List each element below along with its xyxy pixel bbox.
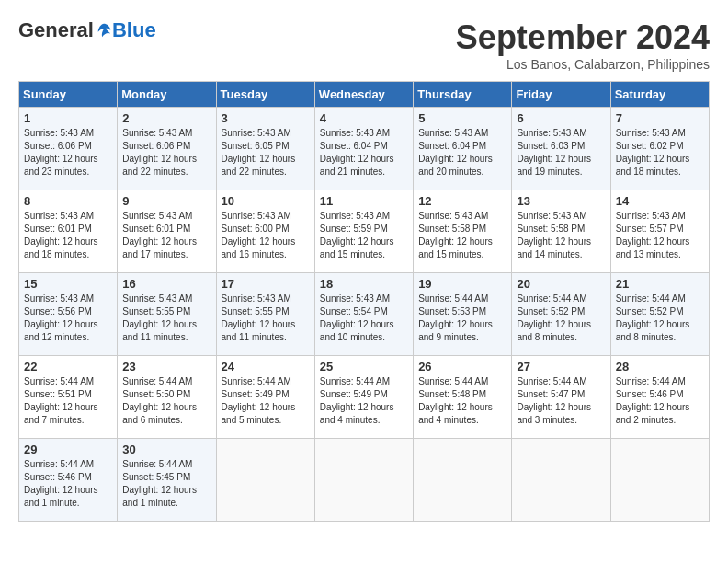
location: Los Banos, Calabarzon, Philippines <box>456 57 710 72</box>
day-info: Sunrise: 5:43 AM Sunset: 5:57 PM Dayligh… <box>616 210 704 261</box>
table-row: 14Sunrise: 5:43 AM Sunset: 5:57 PM Dayli… <box>610 190 709 273</box>
day-number: 5 <box>418 111 506 125</box>
day-number: 3 <box>222 111 310 125</box>
day-number: 9 <box>122 194 210 208</box>
table-row <box>216 439 314 522</box>
day-info: Sunrise: 5:43 AM Sunset: 5:58 PM Dayligh… <box>418 210 506 261</box>
header-saturday: Saturday <box>610 82 709 108</box>
table-row: 21Sunrise: 5:44 AM Sunset: 5:52 PM Dayli… <box>610 273 709 356</box>
day-info: Sunrise: 5:43 AM Sunset: 6:01 PM Dayligh… <box>24 210 112 261</box>
table-row: 27Sunrise: 5:44 AM Sunset: 5:47 PM Dayli… <box>512 356 610 439</box>
table-row: 28Sunrise: 5:44 AM Sunset: 5:46 PM Dayli… <box>610 356 709 439</box>
day-info: Sunrise: 5:43 AM Sunset: 6:03 PM Dayligh… <box>517 127 605 178</box>
table-row: 22Sunrise: 5:44 AM Sunset: 5:51 PM Dayli… <box>19 356 118 439</box>
table-row: 17Sunrise: 5:43 AM Sunset: 5:55 PM Dayli… <box>216 273 314 356</box>
calendar-week-row: 22Sunrise: 5:44 AM Sunset: 5:51 PM Dayli… <box>19 356 710 439</box>
table-row: 18Sunrise: 5:43 AM Sunset: 5:54 PM Dayli… <box>314 273 413 356</box>
day-info: Sunrise: 5:43 AM Sunset: 6:02 PM Dayligh… <box>616 127 704 178</box>
table-row: 29Sunrise: 5:44 AM Sunset: 5:46 PM Dayli… <box>19 439 118 522</box>
day-number: 25 <box>320 360 408 373</box>
day-number: 20 <box>517 277 605 291</box>
day-number: 21 <box>616 277 704 291</box>
table-row: 10Sunrise: 5:43 AM Sunset: 6:00 PM Dayli… <box>216 190 314 273</box>
day-number: 29 <box>24 442 112 456</box>
calendar-table: Sunday Monday Tuesday Wednesday Thursday… <box>18 81 710 522</box>
table-row: 26Sunrise: 5:44 AM Sunset: 5:48 PM Dayli… <box>414 356 512 439</box>
day-number: 16 <box>122 277 210 291</box>
day-info: Sunrise: 5:44 AM Sunset: 5:49 PM Dayligh… <box>222 375 310 427</box>
table-row <box>610 439 709 522</box>
day-number: 12 <box>418 194 506 208</box>
table-row: 24Sunrise: 5:44 AM Sunset: 5:49 PM Dayli… <box>216 356 314 439</box>
header-friday: Friday <box>512 82 610 108</box>
day-info: Sunrise: 5:43 AM Sunset: 5:59 PM Dayligh… <box>320 210 408 261</box>
table-row: 9Sunrise: 5:43 AM Sunset: 6:01 PM Daylig… <box>118 190 216 273</box>
table-row: 13Sunrise: 5:43 AM Sunset: 5:58 PM Dayli… <box>512 190 610 273</box>
day-info: Sunrise: 5:43 AM Sunset: 5:56 PM Dayligh… <box>24 293 112 344</box>
day-number: 18 <box>320 277 408 291</box>
day-number: 4 <box>320 111 408 125</box>
day-info: Sunrise: 5:43 AM Sunset: 6:06 PM Dayligh… <box>122 127 210 178</box>
day-number: 11 <box>320 194 408 208</box>
table-row: 19Sunrise: 5:44 AM Sunset: 5:53 PM Dayli… <box>414 273 512 356</box>
day-number: 8 <box>24 194 112 208</box>
logo-blue-text: Blue <box>112 18 156 42</box>
table-row <box>414 439 512 522</box>
day-info: Sunrise: 5:43 AM Sunset: 6:04 PM Dayligh… <box>418 127 506 178</box>
calendar-header-row: Sunday Monday Tuesday Wednesday Thursday… <box>19 82 710 108</box>
day-number: 26 <box>418 360 506 373</box>
day-number: 23 <box>122 360 210 373</box>
day-number: 17 <box>222 277 310 291</box>
day-info: Sunrise: 5:43 AM Sunset: 6:06 PM Dayligh… <box>24 127 112 178</box>
table-row: 11Sunrise: 5:43 AM Sunset: 5:59 PM Dayli… <box>314 190 413 273</box>
table-row: 16Sunrise: 5:43 AM Sunset: 5:55 PM Dayli… <box>118 273 216 356</box>
day-info: Sunrise: 5:44 AM Sunset: 5:45 PM Dayligh… <box>122 458 210 510</box>
table-row: 7Sunrise: 5:43 AM Sunset: 6:02 PM Daylig… <box>610 108 709 190</box>
day-number: 24 <box>222 360 310 373</box>
table-row: 3Sunrise: 5:43 AM Sunset: 6:05 PM Daylig… <box>216 108 314 190</box>
table-row: 4Sunrise: 5:43 AM Sunset: 6:04 PM Daylig… <box>314 108 413 190</box>
table-row: 12Sunrise: 5:43 AM Sunset: 5:58 PM Dayli… <box>414 190 512 273</box>
header-sunday: Sunday <box>19 82 118 108</box>
calendar-week-row: 15Sunrise: 5:43 AM Sunset: 5:56 PM Dayli… <box>19 273 710 356</box>
header-tuesday: Tuesday <box>216 82 314 108</box>
day-info: Sunrise: 5:44 AM Sunset: 5:51 PM Dayligh… <box>24 375 112 427</box>
day-info: Sunrise: 5:44 AM Sunset: 5:48 PM Dayligh… <box>418 375 506 427</box>
day-number: 27 <box>517 360 605 373</box>
page-header: General Blue September 2024 Los Banos, C… <box>18 18 710 72</box>
day-info: Sunrise: 5:44 AM Sunset: 5:53 PM Dayligh… <box>418 293 506 344</box>
day-info: Sunrise: 5:43 AM Sunset: 5:55 PM Dayligh… <box>222 293 310 344</box>
day-number: 22 <box>24 360 112 373</box>
day-info: Sunrise: 5:44 AM Sunset: 5:46 PM Dayligh… <box>24 458 112 510</box>
day-info: Sunrise: 5:43 AM Sunset: 6:05 PM Dayligh… <box>222 127 310 178</box>
header-thursday: Thursday <box>414 82 512 108</box>
logo-general-text: General <box>18 18 94 42</box>
table-row: 8Sunrise: 5:43 AM Sunset: 6:01 PM Daylig… <box>19 190 118 273</box>
table-row: 15Sunrise: 5:43 AM Sunset: 5:56 PM Dayli… <box>19 273 118 356</box>
day-info: Sunrise: 5:43 AM Sunset: 6:04 PM Dayligh… <box>320 127 408 178</box>
table-row: 23Sunrise: 5:44 AM Sunset: 5:50 PM Dayli… <box>118 356 216 439</box>
table-row: 1Sunrise: 5:43 AM Sunset: 6:06 PM Daylig… <box>19 108 118 190</box>
logo: General Blue <box>18 18 156 42</box>
table-row: 30Sunrise: 5:44 AM Sunset: 5:45 PM Dayli… <box>118 439 216 522</box>
day-number: 10 <box>222 194 310 208</box>
day-info: Sunrise: 5:43 AM Sunset: 5:55 PM Dayligh… <box>122 293 210 344</box>
day-number: 30 <box>122 442 210 456</box>
day-number: 6 <box>517 111 605 125</box>
day-number: 15 <box>24 277 112 291</box>
day-number: 28 <box>616 360 704 373</box>
table-row <box>314 439 413 522</box>
day-info: Sunrise: 5:44 AM Sunset: 5:46 PM Dayligh… <box>616 375 704 427</box>
day-info: Sunrise: 5:43 AM Sunset: 5:58 PM Dayligh… <box>517 210 605 261</box>
logo-bird-icon <box>96 22 112 39</box>
table-row: 6Sunrise: 5:43 AM Sunset: 6:03 PM Daylig… <box>512 108 610 190</box>
table-row: 5Sunrise: 5:43 AM Sunset: 6:04 PM Daylig… <box>414 108 512 190</box>
day-number: 19 <box>418 277 506 291</box>
day-info: Sunrise: 5:44 AM Sunset: 5:52 PM Dayligh… <box>517 293 605 344</box>
day-info: Sunrise: 5:43 AM Sunset: 6:00 PM Dayligh… <box>222 210 310 261</box>
calendar-week-row: 8Sunrise: 5:43 AM Sunset: 6:01 PM Daylig… <box>19 190 710 273</box>
day-info: Sunrise: 5:43 AM Sunset: 6:01 PM Dayligh… <box>122 210 210 261</box>
day-number: 13 <box>517 194 605 208</box>
title-section: September 2024 Los Banos, Calabarzon, Ph… <box>456 18 710 72</box>
day-number: 1 <box>24 111 112 125</box>
